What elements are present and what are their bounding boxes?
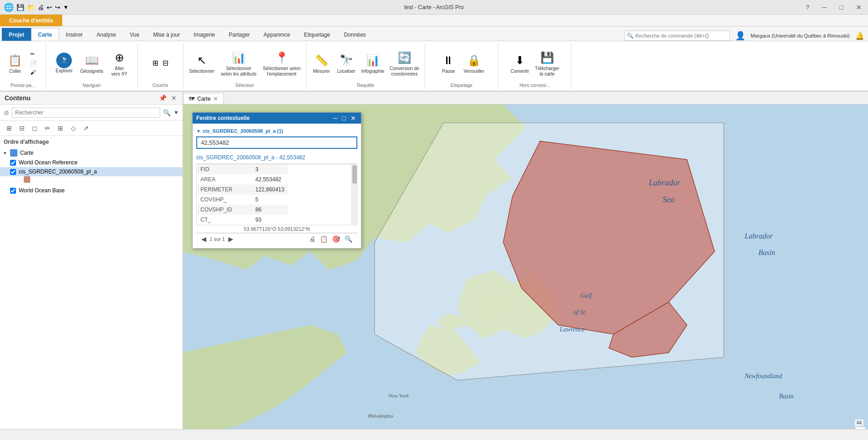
sel-attributs-btn[interactable]: 📊 Sélectionnerselon les attributs [219, 49, 259, 78]
map-tab-carte[interactable]: 🗺 Carte ✕ [183, 93, 224, 104]
carte-map-icon [10, 149, 17, 157]
conversion-coords-btn[interactable]: 🔄 Conversion decoordonnées [388, 49, 421, 78]
popup-prev-btn[interactable]: ◀ [200, 235, 208, 243]
toc-cis-layer[interactable]: cis_SGRDREC_20060508_pl_a [0, 167, 183, 176]
sidebar-filter-icon: ⊘ [4, 109, 9, 116]
telecharger-carte-btn[interactable]: 💾 Téléchargerla carte [533, 49, 561, 78]
pressepapier-label: Presse-pa... [4, 83, 42, 89]
world-ocean-ref-checkbox[interactable] [10, 160, 16, 166]
toc-world-ocean-reference[interactable]: World Ocean Reference [0, 158, 183, 167]
tab-miseajour[interactable]: Mise à jour [146, 28, 187, 41]
sidebar-tool-1[interactable]: ⊞ [4, 123, 15, 134]
maximize-btn[interactable]: □ [837, 4, 846, 11]
popup-zoom-btn[interactable]: 🔍 [343, 235, 354, 243]
quick-access-folder[interactable]: 📁 [27, 4, 35, 11]
localiser-btn[interactable]: 🔭 Localiser [335, 51, 358, 75]
map-area[interactable]: 🗺 Carte ✕ [183, 92, 868, 440]
toc-world-ocean-base[interactable]: World Ocean Base [0, 186, 183, 195]
tab-imagerie[interactable]: Imagerie [187, 28, 222, 41]
toc-carte[interactable]: ▼ Carte [0, 148, 183, 158]
popup-scrollbar[interactable] [351, 164, 357, 225]
map-tab-close-btn[interactable]: ✕ [213, 96, 218, 102]
world-ocean-base-checkbox[interactable] [10, 188, 16, 194]
sel-emplacement-btn[interactable]: 📍 Sélectionner selonl'emplacement [261, 49, 302, 78]
tab-carte[interactable]: Carte [31, 28, 59, 41]
geosignets-btn[interactable]: 📖 Géosignets [78, 51, 105, 75]
popup-feature-link[interactable]: cis_SGRDREC_20060508_pl_a - 42,553482 [196, 152, 357, 164]
sidebar-search-btn[interactable]: 🔍 [163, 109, 171, 116]
popup-title-text: Fenêtre contextuelle [196, 115, 250, 121]
minimize-btn[interactable]: ─ [819, 4, 830, 11]
sidebar-close-btn[interactable]: ✕ [170, 94, 178, 102]
format-btn[interactable]: 🖌 [28, 68, 42, 76]
couche-grid2-btn[interactable]: ⊟ [161, 58, 170, 68]
ribbon-group-horsconnexion: ⬇ Convertir 💾 Téléchargerla carte Hors c… [498, 43, 571, 89]
sidebar-search-input[interactable] [12, 108, 160, 118]
verrouiller-btn[interactable]: 🔒 Verrouiller [462, 51, 486, 75]
popup-print-btn[interactable]: 🖨 [307, 235, 317, 243]
infographie-icon: 📊 [365, 52, 381, 69]
convertir-btn[interactable]: ⬇ Convertir [508, 51, 531, 75]
coller-btn[interactable]: 📋 Coller [4, 51, 27, 75]
carte-expand-icon: ▼ [3, 151, 7, 156]
mesurer-btn[interactable]: 📏 Mesurer [310, 51, 333, 75]
popup-attributes-table: FID 3 AREA 42,553482 PERIMETER 122,86041… [197, 164, 351, 225]
popup-table-scroll[interactable]: FID 3 AREA 42,553482 PERIMETER 122,86041… [197, 164, 351, 225]
tab-apparence[interactable]: Apparence [257, 28, 297, 41]
couche-strip: Couche d'entités [0, 15, 868, 27]
explorer-btn[interactable]: 🔭 Explorer [53, 52, 75, 75]
close-btn[interactable]: ✕ [853, 4, 864, 11]
sidebar-tool-6[interactable]: ◇ [68, 123, 79, 134]
sidebar: Contenu 📌 ✕ ⊘ 🔍 ▼ ⊞ ⊟ ◻ ✏ ⊞ ◇ ↗ Ordre d'… [0, 92, 183, 440]
notification-icon[interactable]: 🔔 [855, 32, 864, 40]
couche-tab[interactable]: Couche d'entités [0, 15, 62, 26]
sidebar-tool-2[interactable]: ⊟ [16, 123, 27, 134]
couche-grid-btn[interactable]: ⊞ [151, 58, 160, 68]
ribbon-group-couche: ⊞ ⊟ Couche [138, 43, 183, 89]
geosignets-icon: 📖 [84, 52, 100, 69]
sidebar-tool-3[interactable]: ◻ [29, 123, 40, 134]
redo-btn[interactable]: ↪ [55, 4, 60, 11]
popup-value-box: 42,553482 [196, 136, 357, 149]
popup-highlight-btn[interactable]: 🎯 [331, 235, 341, 243]
popup-next-btn[interactable]: ▶ [227, 235, 235, 243]
copier-icon: 📄 [30, 60, 37, 66]
copier-btn[interactable]: 📄 [28, 59, 42, 67]
quick-access-save[interactable]: 💾 [16, 4, 24, 11]
toc-cis-color [0, 176, 183, 186]
popup-titlebar: Fenêtre contextuelle ─ □ ✕ [193, 113, 361, 124]
popup-export-btn[interactable]: 📋 [318, 235, 329, 243]
popup-section-label: cis_SGRDREC_20060508_pl_a (1) [203, 128, 283, 134]
tab-vue[interactable]: Vue [123, 28, 146, 41]
sel-attributs-icon: 📊 [231, 49, 247, 66]
sidebar-search-bar: ⊘ 🔍 ▼ [0, 105, 183, 121]
app-logo-icon: 🌐 [4, 2, 14, 12]
command-search-input[interactable] [636, 33, 718, 38]
tab-analyse[interactable]: Analyse [90, 28, 123, 41]
undo-btn[interactable]: ↩ [47, 4, 52, 11]
customize-btn[interactable]: ▼ [63, 4, 69, 11]
help-btn[interactable]: ? [803, 4, 812, 11]
popup-close-btn[interactable]: ✕ [349, 114, 357, 122]
title-bar-controls: ? ─ □ ✕ [803, 4, 864, 11]
sidebar-tool-7[interactable]: ↗ [81, 123, 92, 134]
quick-access-print[interactable]: 🖨 [38, 4, 44, 11]
tab-projet[interactable]: Projet [2, 28, 31, 41]
tab-partager[interactable]: Partager [222, 28, 257, 41]
aller-vers-xy-btn[interactable]: ⊕ Allervers XY [108, 49, 131, 78]
sidebar-search-options-btn[interactable]: ▼ [173, 109, 179, 116]
sidebar-tool-4[interactable]: ✏ [42, 123, 53, 134]
selectionner-btn[interactable]: ↖ Sélectionner [187, 51, 216, 75]
sidebar-tool-5[interactable]: ⊞ [55, 123, 66, 134]
popup-maximize-btn[interactable]: □ [341, 114, 347, 122]
tab-etiquetage[interactable]: Etiquetage [297, 28, 337, 41]
popup-minimize-btn[interactable]: ─ [332, 114, 339, 122]
cis-layer-checkbox[interactable] [10, 169, 16, 175]
infographie-btn[interactable]: 📊 Infographie [360, 51, 386, 75]
tab-inserer[interactable]: Insérer [59, 28, 90, 41]
couper-btn[interactable]: ✂ [28, 50, 42, 58]
pause-btn[interactable]: ⏸ Pause [437, 51, 460, 75]
popup-title-buttons: ─ □ ✕ [332, 114, 357, 122]
tab-donnees[interactable]: Données [337, 28, 373, 41]
sidebar-pin-btn[interactable]: 📌 [157, 94, 168, 102]
